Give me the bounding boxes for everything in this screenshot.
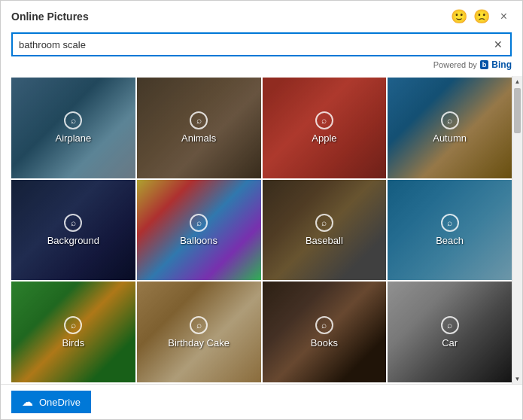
tile-overlay-birthday-cake: ⌕Birthday Cake	[137, 282, 261, 382]
tile-label-books: Books	[311, 337, 338, 348]
dialog-title: Online Pictures	[11, 11, 89, 23]
bing-name: Bing	[491, 59, 512, 70]
footer: ☁ OneDrive	[1, 384, 522, 419]
scroll-track	[512, 87, 522, 373]
tile-overlay-books: ⌕Books	[263, 282, 387, 382]
search-circle-icon-autumn: ⌕	[441, 111, 459, 129]
onedrive-label: OneDrive	[39, 397, 81, 408]
search-bar: ✕	[11, 32, 512, 56]
tile-autumn[interactable]: ⌕Autumn	[388, 78, 512, 178]
close-button[interactable]: ×	[496, 9, 512, 24]
tile-overlay-birds: ⌕Birds	[11, 282, 135, 382]
tile-overlay-airplane: ⌕Airplane	[11, 78, 135, 178]
search-circle-icon-apple: ⌕	[315, 111, 333, 129]
search-circle-icon-balloons: ⌕	[190, 214, 208, 232]
scrollbar: ▲ ▼	[512, 76, 522, 384]
cloud-icon: ☁	[22, 395, 33, 409]
search-clear-button[interactable]: ✕	[492, 38, 504, 50]
tile-overlay-background: ⌕Background	[11, 180, 135, 281]
search-circle-icon-car: ⌕	[441, 316, 459, 334]
title-bar: Online Pictures 🙂 🙁 ×	[1, 1, 522, 29]
tile-background[interactable]: ⌕Background	[11, 180, 135, 281]
tile-overlay-baseball: ⌕Baseball	[263, 180, 387, 281]
search-circle-icon-books: ⌕	[315, 316, 333, 334]
tile-label-apple: Apple	[312, 132, 336, 144]
tile-label-beach: Beach	[436, 235, 464, 246]
title-bar-left: Online Pictures	[11, 11, 89, 23]
tile-overlay-apple: ⌕Apple	[263, 78, 387, 178]
online-pictures-dialog: Online Pictures 🙂 🙁 × ✕ Powered by b Bin…	[0, 0, 523, 420]
sad-icon[interactable]: 🙁	[473, 8, 490, 25]
tile-overlay-balloons: ⌕Balloons	[137, 180, 261, 281]
tile-airplane[interactable]: ⌕Airplane	[11, 78, 135, 178]
search-circle-icon-birds: ⌕	[64, 316, 82, 334]
tile-label-birds: Birds	[62, 337, 85, 348]
tile-label-baseball: Baseball	[306, 235, 343, 246]
title-icons: 🙂 🙁 ×	[451, 8, 512, 25]
search-input[interactable]	[19, 39, 492, 50]
grid-area: ⌕Airplane⌕Animals⌕Apple⌕Autumn⌕Backgroun…	[1, 76, 522, 384]
tile-apple[interactable]: ⌕Apple	[263, 78, 387, 178]
search-circle-icon-beach: ⌕	[441, 214, 459, 232]
powered-by: Powered by b Bing	[11, 59, 512, 70]
scroll-up-arrow[interactable]: ▲	[512, 76, 522, 87]
onedrive-button[interactable]: ☁ OneDrive	[11, 391, 91, 413]
scroll-thumb[interactable]	[514, 88, 521, 133]
tile-label-car: Car	[442, 337, 458, 348]
tile-balloons[interactable]: ⌕Balloons	[137, 180, 261, 281]
tile-overlay-autumn: ⌕Autumn	[388, 78, 512, 178]
search-circle-icon-animals: ⌕	[190, 111, 208, 129]
search-row: ✕ Powered by b Bing	[1, 29, 522, 76]
tile-baseball[interactable]: ⌕Baseball	[263, 180, 387, 281]
tile-label-background: Background	[47, 235, 99, 246]
tile-books[interactable]: ⌕Books	[263, 282, 387, 382]
tile-label-autumn: Autumn	[433, 132, 467, 144]
tile-overlay-car: ⌕Car	[388, 282, 512, 382]
tile-animals[interactable]: ⌕Animals	[137, 78, 261, 178]
tile-birthday-cake[interactable]: ⌕Birthday Cake	[137, 282, 261, 382]
tile-overlay-animals: ⌕Animals	[137, 78, 261, 178]
tile-label-airplane: Airplane	[56, 132, 92, 144]
search-circle-icon-background: ⌕	[64, 214, 82, 232]
image-grid: ⌕Airplane⌕Animals⌕Apple⌕Autumn⌕Backgroun…	[1, 76, 512, 384]
tile-birds[interactable]: ⌕Birds	[11, 282, 135, 382]
tile-overlay-beach: ⌕Beach	[388, 180, 512, 281]
smiley-icon[interactable]: 🙂	[451, 8, 467, 25]
bing-logo-icon: b	[480, 60, 489, 69]
tile-label-birthday-cake: Birthday Cake	[168, 337, 230, 348]
tile-label-balloons: Balloons	[180, 235, 217, 246]
search-circle-icon-birthday-cake: ⌕	[190, 316, 208, 334]
tile-label-animals: Animals	[181, 132, 216, 144]
scroll-down-arrow[interactable]: ▼	[512, 373, 522, 384]
powered-by-label: Powered by	[433, 60, 477, 69]
tile-car[interactable]: ⌕Car	[388, 282, 512, 382]
tile-beach[interactable]: ⌕Beach	[388, 180, 512, 281]
search-circle-icon-baseball: ⌕	[315, 214, 333, 232]
search-circle-icon-airplane: ⌕	[64, 111, 82, 129]
